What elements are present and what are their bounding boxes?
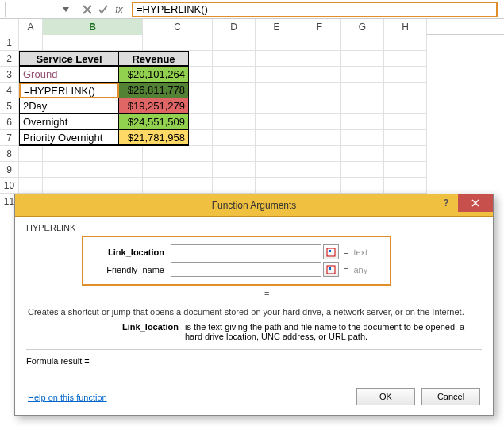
cell[interactable] — [143, 178, 213, 194]
cancel-button[interactable]: Cancel — [421, 388, 480, 405]
cell[interactable] — [298, 51, 341, 67]
cell[interactable] — [256, 98, 298, 114]
table-cell-service[interactable]: Priority Overnight — [19, 130, 119, 146]
cell[interactable] — [143, 162, 213, 178]
cell[interactable] — [384, 83, 427, 98]
cell[interactable] — [298, 146, 341, 162]
col-header[interactable]: G — [341, 19, 384, 35]
cell[interactable] — [298, 130, 341, 146]
col-header[interactable]: D — [213, 19, 256, 35]
enter-icon[interactable] — [95, 2, 111, 17]
col-header[interactable]: B — [43, 19, 143, 35]
cell[interactable] — [213, 83, 256, 98]
table-cell-service[interactable]: =HYPERLINK() — [19, 83, 119, 98]
col-header[interactable]: E — [256, 19, 298, 35]
name-box[interactable] — [5, 2, 60, 17]
cell[interactable] — [384, 51, 427, 67]
cell[interactable] — [213, 67, 256, 83]
table-cell-revenue[interactable]: $24,551,509 — [119, 114, 189, 130]
help-button[interactable]: ? — [434, 194, 458, 212]
cell[interactable] — [384, 178, 427, 194]
table-cell-service[interactable]: 2Day — [19, 98, 119, 114]
cell[interactable] — [43, 146, 143, 162]
cell[interactable] — [341, 178, 384, 194]
row-header[interactable]: 2 — [0, 51, 19, 67]
close-button[interactable] — [458, 194, 493, 212]
cell[interactable] — [43, 162, 143, 178]
cell[interactable] — [341, 35, 384, 51]
cell[interactable] — [298, 114, 341, 130]
range-selector-icon[interactable] — [323, 244, 339, 259]
row-header[interactable]: 10 — [0, 178, 19, 194]
cell[interactable] — [384, 146, 427, 162]
spreadsheet-grid[interactable]: 1234567891011Service LevelRevenueGround$… — [0, 35, 504, 209]
ok-button[interactable]: OK — [356, 388, 415, 405]
row-header[interactable]: 9 — [0, 162, 19, 178]
cell[interactable] — [19, 178, 43, 194]
cell[interactable] — [256, 130, 298, 146]
range-selector-icon[interactable] — [323, 262, 339, 277]
cell[interactable] — [341, 51, 384, 67]
cell[interactable] — [19, 146, 43, 162]
cell[interactable] — [256, 67, 298, 83]
cell[interactable] — [341, 67, 384, 83]
col-header[interactable]: C — [143, 19, 213, 35]
cell[interactable] — [298, 162, 341, 178]
cell[interactable] — [213, 130, 256, 146]
table-cell-revenue[interactable]: $26,811,778 — [119, 83, 189, 98]
cell[interactable] — [384, 130, 427, 146]
row-header[interactable]: 3 — [0, 67, 19, 83]
cell[interactable] — [341, 162, 384, 178]
cell[interactable] — [19, 35, 43, 51]
cell[interactable] — [213, 114, 256, 130]
cell[interactable] — [256, 35, 298, 51]
cell[interactable] — [298, 83, 341, 98]
cell[interactable] — [384, 67, 427, 83]
row-header[interactable]: 1 — [0, 35, 19, 51]
cell[interactable] — [19, 162, 43, 178]
cell[interactable] — [213, 178, 256, 194]
cell[interactable] — [143, 35, 213, 51]
cell[interactable] — [384, 114, 427, 130]
cell[interactable] — [256, 178, 298, 194]
name-box-dropdown[interactable] — [60, 2, 71, 17]
cell[interactable] — [213, 51, 256, 67]
cell[interactable] — [213, 98, 256, 114]
cell[interactable] — [256, 83, 298, 98]
cell[interactable] — [43, 35, 143, 51]
cell[interactable] — [143, 146, 213, 162]
table-cell-revenue[interactable]: $19,251,279 — [119, 98, 189, 114]
cell[interactable] — [341, 114, 384, 130]
table-cell-service[interactable]: Overnight — [19, 114, 119, 130]
row-header[interactable]: 8 — [0, 146, 19, 162]
cell[interactable] — [341, 130, 384, 146]
cell[interactable] — [341, 83, 384, 98]
cell[interactable] — [298, 67, 341, 83]
cell[interactable] — [256, 146, 298, 162]
cell[interactable] — [384, 35, 427, 51]
formula-input[interactable]: =HYPERLINK() — [132, 2, 498, 17]
help-link[interactable]: Help on this function — [28, 393, 107, 402]
argument-input[interactable] — [171, 262, 321, 277]
col-header[interactable]: A — [19, 19, 43, 35]
row-header[interactable]: 7 — [0, 130, 19, 146]
dialog-titlebar[interactable]: Function Arguments ? — [15, 194, 493, 217]
row-header[interactable]: 5 — [0, 98, 19, 114]
cell[interactable] — [298, 178, 341, 194]
cell[interactable] — [384, 162, 427, 178]
cell[interactable] — [298, 98, 341, 114]
cancel-icon[interactable] — [79, 2, 95, 17]
cell[interactable] — [256, 51, 298, 67]
cell[interactable] — [384, 98, 427, 114]
row-header[interactable]: 6 — [0, 114, 19, 130]
col-header[interactable]: H — [384, 19, 427, 35]
cell[interactable] — [256, 114, 298, 130]
cell[interactable] — [213, 162, 256, 178]
table-cell-revenue[interactable]: $20,101,264 — [119, 67, 189, 83]
cell[interactable] — [298, 35, 341, 51]
cell[interactable] — [213, 146, 256, 162]
argument-input[interactable] — [171, 244, 321, 259]
cell[interactable] — [256, 162, 298, 178]
fx-icon[interactable]: fx — [111, 2, 127, 17]
cell[interactable] — [43, 178, 143, 194]
